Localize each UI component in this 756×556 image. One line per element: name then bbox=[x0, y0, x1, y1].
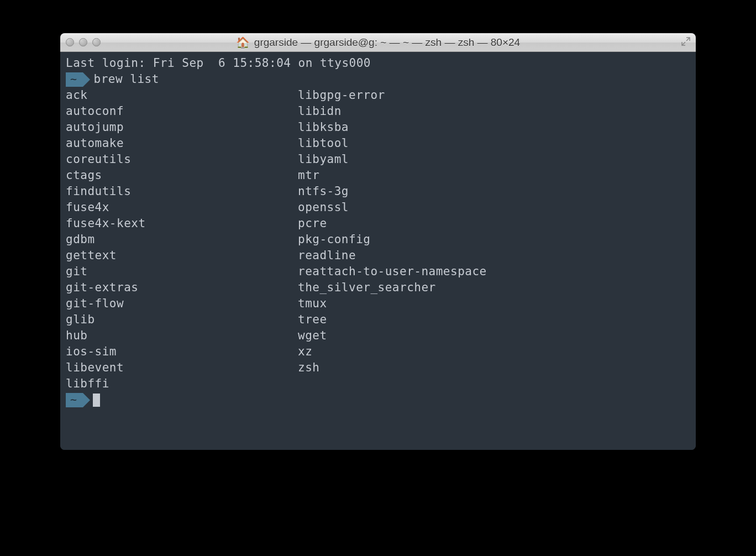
cursor bbox=[93, 394, 100, 407]
list-item: git-extras bbox=[66, 280, 298, 296]
list-item: libgpg-error bbox=[298, 87, 690, 103]
output-column-2: libgpg-errorlibidnlibksbalibtoollibyamlm… bbox=[298, 87, 690, 392]
home-icon: 🏠 bbox=[236, 36, 250, 49]
list-item: zsh bbox=[298, 360, 690, 376]
list-item: coreutils bbox=[66, 151, 298, 167]
list-item: tmux bbox=[298, 296, 690, 312]
traffic-lights bbox=[66, 38, 101, 46]
list-item: tree bbox=[298, 312, 690, 328]
list-item: automake bbox=[66, 135, 298, 151]
list-item: findutils bbox=[66, 183, 298, 200]
list-item: git-flow bbox=[66, 296, 298, 312]
list-item: reattach-to-user-namespace bbox=[298, 264, 690, 280]
list-item: autoconf bbox=[66, 103, 298, 119]
list-item: ntfs-3g bbox=[298, 183, 690, 200]
list-item: gdbm bbox=[66, 232, 298, 248]
expand-icon[interactable] bbox=[681, 37, 690, 48]
window-title: grgarside — grgarside@g: ~ — ~ — zsh — z… bbox=[254, 36, 520, 49]
list-item: mtr bbox=[298, 167, 690, 183]
list-item: openssl bbox=[298, 200, 690, 216]
prompt-badge: ~ bbox=[66, 72, 83, 87]
list-item: libffi bbox=[66, 376, 298, 392]
zoom-button[interactable] bbox=[92, 38, 101, 46]
list-item: ios-sim bbox=[66, 344, 298, 360]
list-item: xz bbox=[298, 344, 690, 360]
list-item: git bbox=[66, 264, 298, 280]
window-titlebar[interactable]: 🏠 grgarside — grgarside@g: ~ — ~ — zsh —… bbox=[60, 33, 696, 52]
close-button[interactable] bbox=[66, 38, 74, 46]
terminal-window: 🏠 grgarside — grgarside@g: ~ — ~ — zsh —… bbox=[60, 33, 696, 450]
prompt-symbol: ~ bbox=[70, 392, 77, 408]
list-item: hub bbox=[66, 328, 298, 344]
minimize-button[interactable] bbox=[79, 38, 87, 46]
list-item: gettext bbox=[66, 248, 298, 264]
list-item: wget bbox=[298, 328, 690, 344]
list-item: pcre bbox=[298, 216, 690, 232]
list-item: autojump bbox=[66, 119, 298, 135]
list-item: fuse4x bbox=[66, 200, 298, 216]
list-item: ctags bbox=[66, 167, 298, 183]
output-columns: ackautoconfautojumpautomakecoreutilsctag… bbox=[66, 87, 690, 392]
list-item: libidn bbox=[298, 103, 690, 119]
list-item: libevent bbox=[66, 360, 298, 376]
list-item: pkg-config bbox=[298, 232, 690, 248]
list-item: the_silver_searcher bbox=[298, 280, 690, 296]
prompt-badge: ~ bbox=[66, 393, 83, 407]
window-title-group: 🏠 grgarside — grgarside@g: ~ — ~ — zsh —… bbox=[236, 36, 520, 49]
login-message: Last login: Fri Sep 6 15:58:04 on ttys00… bbox=[66, 55, 690, 71]
list-item: readline bbox=[298, 248, 690, 264]
list-item: ack bbox=[66, 87, 298, 103]
prompt-line-2: ~ bbox=[66, 392, 690, 408]
list-item: libyaml bbox=[298, 151, 690, 167]
list-item: glib bbox=[66, 312, 298, 328]
prompt-line-1: ~ brew list bbox=[66, 71, 690, 87]
prompt-symbol: ~ bbox=[70, 71, 77, 87]
list-item: fuse4x-kext bbox=[66, 216, 298, 232]
terminal-body[interactable]: Last login: Fri Sep 6 15:58:04 on ttys00… bbox=[60, 52, 696, 450]
command-text: brew list bbox=[94, 71, 159, 87]
list-item: libksba bbox=[298, 119, 690, 135]
output-column-1: ackautoconfautojumpautomakecoreutilsctag… bbox=[66, 87, 298, 392]
list-item: libtool bbox=[298, 135, 690, 151]
